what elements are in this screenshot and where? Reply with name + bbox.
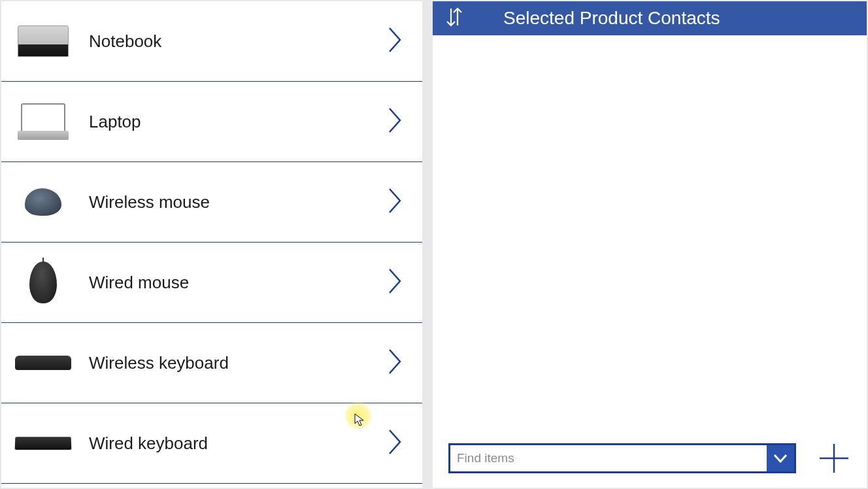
product-thumb-notebook [14, 18, 72, 64]
add-button[interactable] [817, 441, 851, 475]
contacts-panel: Selected Product Contacts Find items [431, 0, 868, 489]
chevron-right-icon [387, 25, 403, 57]
contacts-header: Selected Product Contacts [433, 1, 867, 35]
panel-gap [424, 0, 431, 489]
product-item-wireless-mouse[interactable]: Wireless mouse [1, 162, 422, 243]
chevron-right-icon [387, 106, 403, 137]
product-label: Laptop [89, 112, 387, 132]
chevron-right-icon [387, 186, 403, 218]
bottom-bar: Find items [433, 429, 867, 488]
product-thumb-wireless-mouse [14, 179, 72, 225]
product-label: Wired keyboard [89, 433, 387, 454]
product-thumb-wireless-keyboard [14, 340, 72, 386]
product-item-wired-mouse[interactable]: Wired mouse [1, 243, 422, 323]
product-thumb-laptop [14, 99, 72, 144]
contacts-body [433, 35, 867, 429]
find-items-placeholder: Find items [450, 451, 767, 465]
product-label: Wired mouse [89, 273, 387, 293]
find-items-combobox[interactable]: Find items [448, 443, 796, 473]
product-list-panel: Notebook Laptop Wireless mouse Wired mou… [0, 0, 424, 489]
product-item-wired-keyboard[interactable]: Wired keyboard [1, 403, 422, 484]
product-thumb-wired-keyboard [14, 420, 72, 466]
product-item-notebook[interactable]: Notebook [1, 1, 422, 82]
product-label: Wireless keyboard [89, 353, 387, 373]
chevron-right-icon [387, 428, 403, 459]
sort-icon[interactable] [444, 6, 464, 31]
plus-icon [818, 443, 850, 474]
product-label: Notebook [89, 31, 387, 52]
chevron-right-icon [387, 267, 403, 298]
contacts-title: Selected Product Contacts [503, 8, 720, 29]
chevron-down-icon [767, 445, 794, 471]
product-item-wireless-keyboard[interactable]: Wireless keyboard [1, 323, 422, 403]
product-item-laptop[interactable]: Laptop [1, 82, 422, 162]
chevron-right-icon [387, 347, 403, 379]
product-thumb-wired-mouse [14, 260, 72, 305]
product-label: Wireless mouse [89, 192, 387, 212]
